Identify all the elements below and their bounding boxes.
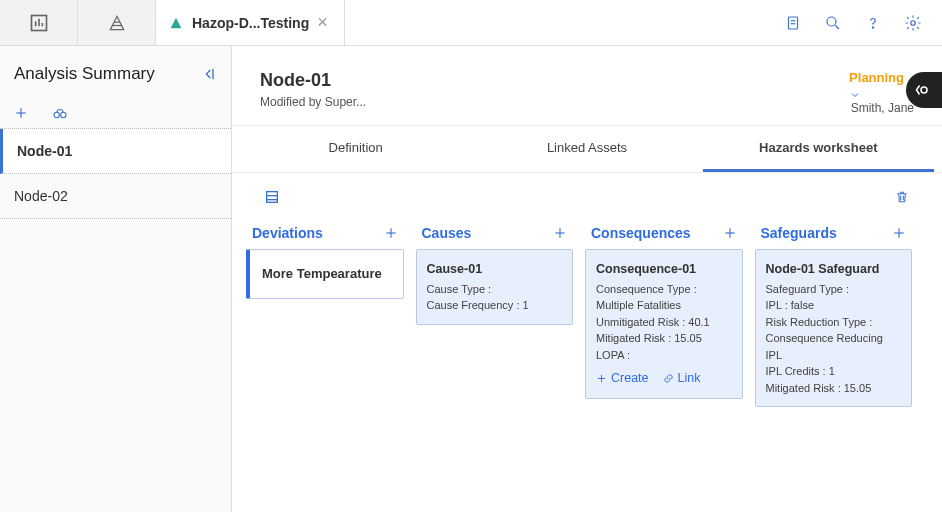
add-deviation-icon[interactable] [384,226,398,240]
col-title-deviations: Deviations [252,225,323,241]
triangle-green-icon [168,15,184,31]
deviation-card[interactable]: More Tempearature [246,249,404,299]
link-lopa-button[interactable]: Link [663,369,701,388]
svg-rect-6 [789,17,798,29]
cause-card[interactable]: Cause-01 Cause Type : Cause Frequency : … [416,249,574,325]
tabs: Definition Linked Assets Hazards workshe… [232,126,942,173]
sidebar: Analysis Summary Node-01 Node-02 [0,46,232,512]
node-header-right: Planning Smith, Jane [849,70,914,115]
help-icon[interactable] [864,14,882,32]
col-head-consequences: Consequences [585,217,743,249]
search-icon[interactable] [824,14,842,32]
col-title-consequences: Consequences [591,225,691,241]
columns: Deviations More Tempearature Causes Caus… [232,213,942,427]
icon-pyramid-cell[interactable] [78,0,156,45]
cause-title: Cause-01 [427,260,563,279]
ipl-credits: IPL Credits : 1 [766,363,902,380]
mitigated-risk: Mitigated Risk : 15.05 [596,330,732,347]
add-consequence-icon[interactable] [723,226,737,240]
create-lopa-button[interactable]: Create [596,369,649,388]
col-head-deviations: Deviations [246,217,404,249]
lopa: LOPA : [596,347,732,364]
plus-icon[interactable] [14,106,28,120]
sidebar-header: Analysis Summary [0,46,231,100]
tab-definition[interactable]: Definition [240,126,471,172]
unmitigated-risk: Unmitigated Risk : 40.1 [596,314,732,331]
svg-point-11 [872,26,873,27]
sidebar-item-node-01[interactable]: Node-01 [0,129,231,174]
svg-line-10 [835,25,839,29]
col-title-safeguards: Safeguards [761,225,837,241]
sidebar-tools [0,100,231,129]
col-head-causes: Causes [416,217,574,249]
risk-reduction-type: Risk Reduction Type : Consequence Reduci… [766,314,902,364]
topbar-right [784,14,942,32]
main: Node-01 Modified by Super... Planning Sm… [232,46,942,512]
topbar: Hazop-D...Testing × [0,0,942,46]
consequence-type: Consequence Type : Multiple Fatalities [596,281,732,314]
tab-linked-assets[interactable]: Linked Assets [471,126,702,172]
svg-point-12 [911,20,916,25]
collapse-icon[interactable] [201,66,217,82]
trash-icon[interactable] [894,189,910,205]
node-header: Node-01 Modified by Super... Planning Sm… [232,46,942,126]
chevron-down-icon [849,89,914,101]
status-row[interactable]: Planning [849,70,914,101]
ipl: IPL : false [766,297,902,314]
owner-name: Smith, Jane [849,101,914,115]
binoculars-icon[interactable] [52,106,68,120]
safeguard-mitigated-risk: Mitigated Risk : 15.05 [766,380,902,397]
consequence-card[interactable]: Consequence-01 Consequence Type : Multip… [585,249,743,399]
toolbar-row [232,173,942,213]
sidebar-item-node-02[interactable]: Node-02 [0,174,231,219]
svg-point-16 [54,112,59,117]
column-causes: Causes Cause-01 Cause Type : Cause Frequ… [416,217,574,407]
layout: Analysis Summary Node-01 Node-02 Node-01… [0,46,942,512]
tab-hazop[interactable]: Hazop-D...Testing × [156,0,345,45]
safeguard-title: Node-01 Safeguard [766,260,902,279]
clipboard-icon[interactable] [784,14,802,32]
gear-icon[interactable] [904,14,922,32]
svg-point-17 [61,112,66,117]
topbar-left: Hazop-D...Testing × [0,0,345,45]
col-title-causes: Causes [422,225,472,241]
add-cause-icon[interactable] [553,226,567,240]
column-deviations: Deviations More Tempearature [246,217,404,407]
sidebar-title: Analysis Summary [14,64,155,84]
tab-hazards-worksheet[interactable]: Hazards worksheet [703,126,934,172]
barchart-icon [29,13,49,33]
column-safeguards: Safeguards Node-01 Safeguard Safeguard T… [755,217,913,407]
status-badge: Planning [849,70,904,85]
col-head-safeguards: Safeguards [755,217,913,249]
node-title: Node-01 [260,70,366,91]
node-subtitle: Modified by Super... [260,95,366,109]
svg-point-9 [827,17,836,26]
svg-point-33 [921,87,927,93]
node-header-left: Node-01 Modified by Super... [260,70,366,115]
pyramid-icon [107,13,127,33]
close-icon[interactable]: × [317,12,328,33]
icon-barchart-cell[interactable] [0,0,78,45]
consequence-actions: Create Link [596,369,732,388]
safeguard-type: Safeguard Type : [766,281,902,298]
column-consequences: Consequences Consequence-01 Consequence … [585,217,743,407]
consequence-title: Consequence-01 [596,260,732,279]
grid-icon[interactable] [264,189,280,205]
tab-label: Hazop-D...Testing [192,15,309,31]
cause-frequency: Cause Frequency : 1 [427,297,563,314]
cause-type: Cause Type : [427,281,563,298]
floating-panel-button[interactable] [906,72,942,108]
safeguard-card[interactable]: Node-01 Safeguard Safeguard Type : IPL :… [755,249,913,407]
add-safeguard-icon[interactable] [892,226,906,240]
svg-rect-18 [267,192,278,203]
